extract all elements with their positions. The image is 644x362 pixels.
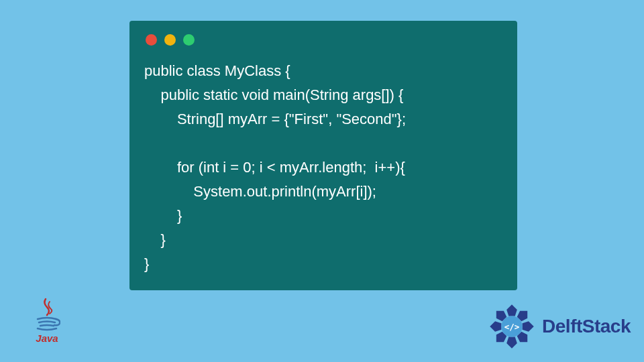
code-line: } — [144, 231, 166, 248]
maximize-icon — [183, 34, 195, 46]
delftstack-logo: </> DelftStack — [486, 300, 631, 353]
window-controls — [144, 34, 502, 46]
code-line: } — [144, 255, 149, 272]
code-line: System.out.println(myArr[i]); — [144, 183, 376, 200]
java-label: Java — [36, 333, 58, 344]
svg-text:</>: </> — [504, 322, 520, 332]
minimize-icon — [164, 34, 176, 46]
code-line: public static void main(String args[]) { — [144, 86, 403, 103]
code-line: for (int i = 0; i < myArr.length; i++){ — [144, 159, 405, 176]
code-line: } — [144, 207, 182, 224]
image-canvas: public class MyClass { public static voi… — [0, 0, 644, 362]
java-cup-icon — [34, 298, 60, 331]
java-logo: Java — [27, 298, 67, 351]
delftstack-label: DelftStack — [542, 316, 631, 337]
code-line: public class MyClass { — [144, 62, 290, 79]
code-window: public class MyClass { public static voi… — [129, 21, 517, 290]
code-block: public class MyClass { public static voi… — [144, 59, 502, 276]
code-line: String[] myArr = {"First", "Second"}; — [144, 111, 406, 127]
delftstack-icon: </> — [486, 300, 538, 353]
close-icon — [146, 34, 157, 46]
